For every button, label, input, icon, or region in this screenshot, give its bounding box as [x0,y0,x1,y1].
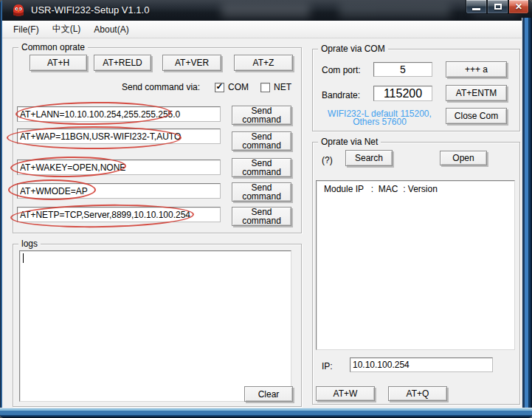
net-checkbox[interactable] [260,83,270,92]
at-q-button[interactable]: AT+Q [388,386,447,401]
send-command-button-2[interactable]: Send command [232,131,291,151]
oprate-via-com-title: Oprate via COM [318,44,388,54]
ip-input[interactable] [350,357,493,372]
command-input-netp[interactable] [17,207,221,222]
common-oprate-title: Common oprate [18,42,88,52]
titlebar-glass-blob [221,3,310,18]
oprate-via-net-group: Oprate via Net (?) Search Open Module IP… [312,142,520,405]
window-title: USR-WIFI232-Setup V1.1.0 [31,4,149,16]
at-entm-button[interactable]: AT+ENTM [446,85,507,101]
bandrate-hint: WIFI232-L default 115200, Others 57600 [319,110,441,126]
at-w-button[interactable]: AT+W [316,386,375,401]
close-button[interactable]: ✕ [508,0,529,14]
send-command-button-1[interactable]: Send command [232,106,291,125]
logs-title: logs [18,239,41,249]
minimize-icon [472,8,480,10]
maximize-icon [494,4,502,10]
menubar: File(F) 中文(L) About(A) [2,21,522,38]
menu-chinese[interactable]: 中文(L) [47,21,86,37]
send-via-label: Send command via: [122,82,200,92]
com-port-label: Com port: [322,65,361,75]
command-input-lann[interactable] [17,106,221,122]
common-oprate-group: Common oprate AT+H AT+RELD AT+VER AT+Z S… [13,47,302,233]
com-port-input[interactable] [373,62,432,77]
bandrate-hint-line2: Others 57600 [319,118,441,126]
open-button[interactable]: Open [440,151,487,165]
minimize-button[interactable] [466,0,487,14]
send-command-button-4[interactable]: Send command [232,182,291,202]
maximize-button[interactable] [487,0,508,14]
menu-file[interactable]: File(F) [8,23,44,36]
oprate-via-net-title: Oprate via Net [318,137,381,147]
search-button[interactable]: Search [345,150,393,166]
send-command-button-5[interactable]: Send command [232,207,291,226]
ip-label: IP: [322,361,333,371]
titlebar-glass-blob [339,1,450,18]
window-border-right [522,18,532,418]
command-input-wap[interactable] [17,129,221,144]
net-checkbox-label: NET [274,82,291,92]
window-border-left [0,0,2,418]
search-help-label: (?) [322,155,333,165]
client-area: Common oprate AT+H AT+RELD AT+VER AT+Z S… [2,38,522,408]
at-z-button[interactable]: AT+Z [234,55,293,71]
menu-about[interactable]: About(A) [89,23,134,36]
text-caret [23,253,24,263]
logs-textarea[interactable] [19,250,291,402]
com-checkbox[interactable] [215,83,224,92]
app-window: USR-WIFI232-Setup V1.1.0 ✕ File(F) 中文(L)… [0,0,532,418]
at-reld-button[interactable]: AT+RELD [94,55,151,71]
close-com-button[interactable]: Close Com [446,108,507,124]
logs-group: logs Clear [13,244,302,407]
command-input-wmode[interactable] [17,183,221,199]
plus-plus-plus-a-button[interactable]: +++ a [446,61,507,78]
com-checkbox-label: COM [228,82,249,92]
window-controls: ✕ [466,0,529,14]
close-icon: ✕ [515,2,522,11]
window-border-bottom [0,408,532,418]
bandrate-label: Bandrate: [322,90,360,100]
module-list-box[interactable]: Module IP : MAC : Version [316,180,515,350]
at-h-button[interactable]: AT+H [30,55,87,71]
app-logo-bird-icon [12,4,25,17]
titlebar[interactable]: USR-WIFI232-Setup V1.1.0 ✕ [0,0,532,21]
send-command-button-3[interactable]: Send command [232,158,291,177]
module-list-header: Module IP : MAC : Version [324,184,438,194]
clear-logs-button[interactable]: Clear [244,386,293,402]
bandrate-input[interactable] [373,86,432,101]
at-ver-button[interactable]: AT+VER [162,55,221,71]
oprate-via-com-group: Oprate via COM Com port: +++ a Bandrate:… [312,49,520,131]
command-input-wakey[interactable] [17,160,221,175]
